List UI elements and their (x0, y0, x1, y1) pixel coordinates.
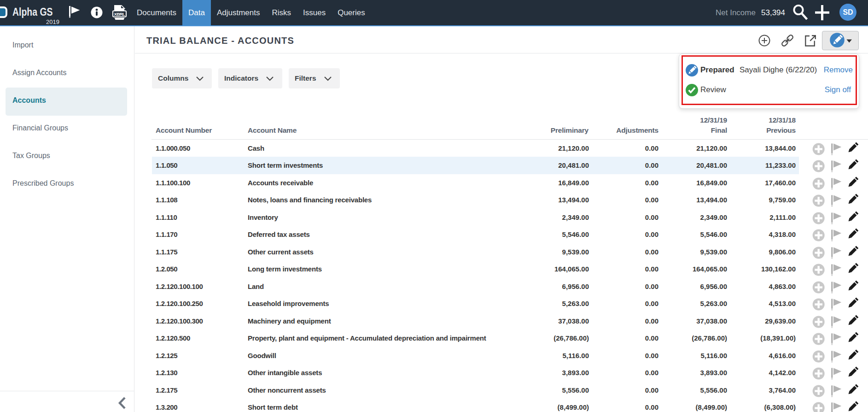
svg-text:XBRL: XBRL (114, 12, 126, 17)
